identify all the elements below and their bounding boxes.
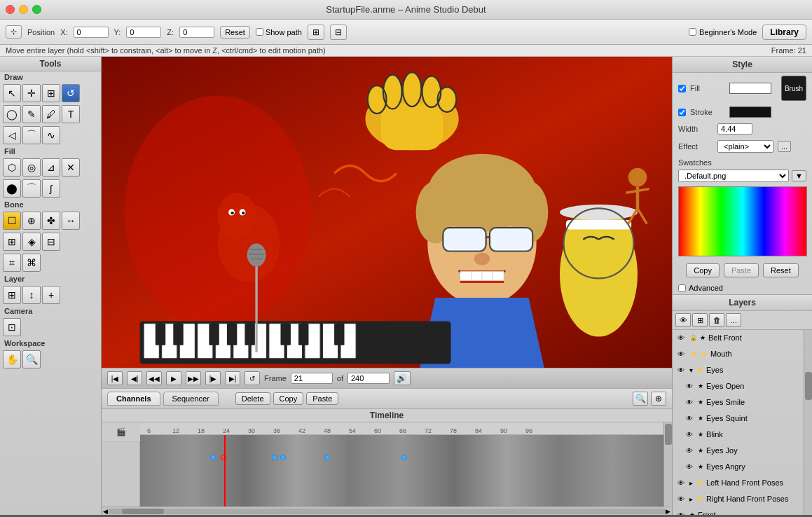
- keyframe-5[interactable]: [324, 455, 330, 460]
- position-icon-btn[interactable]: ⊹: [6, 25, 22, 39]
- gradient-tool[interactable]: ◎: [22, 158, 41, 177]
- timeline-tracks[interactable]: [140, 435, 663, 506]
- layer-scale-tool[interactable]: +: [42, 286, 60, 304]
- layer-item-eyes-smile[interactable]: 👁 ★ Eyes Smile: [673, 394, 804, 411]
- show-path-check[interactable]: [256, 28, 263, 36]
- step-frame-back-button[interactable]: ◀◀: [146, 371, 162, 385]
- library-button[interactable]: Library: [762, 25, 806, 40]
- layer-eye-eyes-joy[interactable]: 👁: [684, 445, 695, 456]
- layer-item-left-hand-front-poses[interactable]: 👁 ▸ ⚡ Left Hand Front Poses: [673, 475, 804, 491]
- volume-button[interactable]: 🔊: [394, 371, 411, 385]
- layer-eye-left-hand[interactable]: 👁: [675, 477, 687, 488]
- transform-tool[interactable]: ✛: [22, 84, 41, 102]
- layer-eye-right-hand[interactable]: 👁: [675, 493, 687, 504]
- nav-icon-1[interactable]: ⊞: [308, 25, 324, 40]
- reset-style-button[interactable]: Reset: [763, 263, 799, 277]
- layer-eye-eyes-smile[interactable]: 👁: [684, 397, 695, 408]
- bone-add-tool[interactable]: ⊕: [22, 212, 41, 230]
- layer-item-eyes[interactable]: 👁 ▾ ⚡ Eyes: [673, 362, 804, 378]
- keyframe-6[interactable]: [401, 455, 407, 460]
- copy-style-button[interactable]: Copy: [686, 263, 720, 277]
- canvas-wrapper[interactable]: [102, 57, 672, 368]
- layer-item-eyes-squint[interactable]: 👁 ★ Eyes Squint: [673, 411, 804, 427]
- layer-move-tool[interactable]: ⊞: [3, 286, 21, 304]
- layer-item-right-hand-front-poses[interactable]: 👁 ▸ ⚡ Right Hand Front Poses: [673, 491, 804, 507]
- hscroll-track[interactable]: [108, 509, 666, 514]
- rotate-tool[interactable]: ⊞: [42, 84, 60, 102]
- stroke-color-swatch[interactable]: [729, 106, 771, 118]
- zoom-in-button[interactable]: ⊕: [651, 392, 666, 406]
- effect-options-button[interactable]: ...: [778, 141, 791, 152]
- color-picker[interactable]: [678, 186, 807, 256]
- close-button[interactable]: [6, 5, 15, 14]
- advanced-checkbox[interactable]: [678, 284, 686, 292]
- zoom-out-button[interactable]: 🔍: [633, 392, 648, 406]
- step-forward-button[interactable]: |▶: [205, 371, 221, 385]
- layer-eye-eyes-angry[interactable]: 👁: [684, 461, 695, 472]
- layer-item-eyes-joy[interactable]: 👁 ★ Eyes Joy: [673, 443, 804, 459]
- copy-button[interactable]: Copy: [273, 392, 304, 405]
- layer-eye-blink[interactable]: 👁: [684, 429, 695, 440]
- layer-item-front[interactable]: 👁 ★ Front: [673, 507, 804, 515]
- layer-expand-left-hand[interactable]: ▸: [689, 479, 693, 487]
- delete-button[interactable]: Delete: [235, 392, 270, 405]
- bone-rotate-tool[interactable]: ◈: [22, 233, 41, 251]
- layer-eye-belt-front[interactable]: 👁: [675, 332, 687, 343]
- layer-expand-eyes[interactable]: ▾: [689, 366, 693, 374]
- layer-item-blink[interactable]: 👁 ★ Blink: [673, 427, 804, 443]
- nav-icon-2[interactable]: ⊟: [330, 25, 347, 40]
- layer-options-button[interactable]: …: [726, 313, 741, 327]
- delete-tool[interactable]: ✕: [62, 158, 80, 177]
- pen-tool[interactable]: ✎: [22, 105, 41, 123]
- layer-eye-mouth[interactable]: 👁: [675, 348, 687, 359]
- zoom-tool[interactable]: 🔍: [22, 350, 41, 368]
- play-button[interactable]: ▶: [166, 371, 181, 385]
- bone-select-tool[interactable]: ☐: [3, 212, 21, 230]
- fill-shape-tool[interactable]: ⊿: [42, 158, 60, 177]
- frame-input[interactable]: [291, 373, 333, 384]
- paste-style-button[interactable]: Paste: [724, 263, 759, 277]
- maximize-button[interactable]: [32, 5, 41, 14]
- scroll-right-arrow[interactable]: ▶: [666, 508, 670, 515]
- effect-dropdown[interactable]: <plain>: [717, 140, 773, 153]
- camera-pan-tool[interactable]: ⊡: [3, 318, 21, 336]
- fill-color-swatch[interactable]: [729, 83, 771, 94]
- traffic-lights[interactable]: [6, 5, 41, 14]
- bone-move-tool[interactable]: ⊞: [3, 233, 21, 251]
- stroke-tool[interactable]: ⬤: [3, 179, 21, 198]
- reset-button[interactable]: Reset: [220, 26, 250, 39]
- stroke-checkbox[interactable]: [678, 109, 686, 116]
- timeline-scrollbar-v[interactable]: [663, 422, 672, 506]
- layer-item-eyes-open[interactable]: 👁 ★ Eyes Open: [673, 378, 804, 394]
- layer-item-eyes-angry[interactable]: 👁 ★ Eyes Angry: [673, 459, 804, 475]
- playhead[interactable]: [224, 435, 226, 506]
- layer-eye-eyes[interactable]: 👁: [675, 364, 687, 375]
- go-to-end-button[interactable]: ▶|: [225, 371, 240, 385]
- x-input[interactable]: [74, 27, 109, 38]
- keyframe-4[interactable]: [280, 455, 286, 460]
- go-to-start-button[interactable]: |◀: [107, 371, 123, 385]
- width-input[interactable]: [717, 123, 752, 135]
- eyedrop-tool[interactable]: 🖊: [42, 105, 60, 123]
- layer-eye-eyes-open[interactable]: 👁: [684, 380, 695, 392]
- keyframe-1[interactable]: [210, 455, 216, 460]
- keyframe-3[interactable]: [272, 455, 277, 460]
- layer-eye-eyes-squint[interactable]: 👁: [684, 413, 695, 424]
- select-tool[interactable]: ↖: [3, 84, 21, 102]
- bone-constraint-tool[interactable]: ⌗: [3, 254, 21, 272]
- curve-tool[interactable]: ∫: [42, 179, 60, 198]
- layer-eye-toggle[interactable]: 👁: [675, 313, 691, 327]
- show-path-checkbox[interactable]: Show path: [256, 28, 302, 36]
- minimize-button[interactable]: [19, 5, 28, 14]
- arc-tool[interactable]: ⌒: [22, 179, 41, 198]
- layer-add-button[interactable]: ⊞: [692, 313, 708, 327]
- beginner-mode-checkbox[interactable]: [689, 28, 696, 36]
- scroll-left-arrow[interactable]: ◀: [103, 508, 108, 515]
- paste-button[interactable]: Paste: [306, 392, 338, 405]
- channels-tab[interactable]: Channels: [107, 392, 160, 406]
- layer-item-belt-front[interactable]: 👁 🔒 ★ Belt Front: [673, 330, 804, 346]
- hand-tool[interactable]: ✋: [3, 350, 21, 368]
- layer-delete-button[interactable]: 🗑: [709, 313, 724, 327]
- bone-edit-tool[interactable]: ✤: [42, 212, 60, 230]
- bone-weight-tool[interactable]: ⌘: [22, 254, 41, 272]
